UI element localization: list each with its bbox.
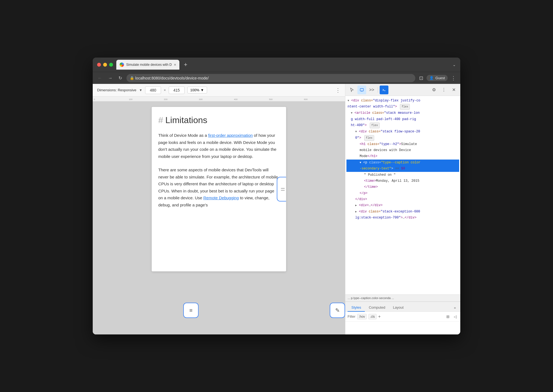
- chrome-favicon: [120, 63, 124, 67]
- console-button[interactable]: [380, 86, 388, 94]
- styles-tab-more[interactable]: »: [452, 304, 458, 311]
- scroll-handle-lines: [281, 188, 285, 191]
- devtools-toolbar: >> ⚙ ⋮ ✕: [345, 84, 460, 96]
- toolbar-right: ⊡ 👤 Guest ⋮: [418, 74, 457, 82]
- flex-badge-1: flex: [400, 104, 410, 110]
- address-bar: ← → ↻ 🔒 ⊡ 👤 Guest ⋮: [93, 72, 460, 84]
- dimension-x: ×: [164, 88, 166, 92]
- page-content-area: # Limitations Think of Device Mode as a …: [93, 101, 345, 334]
- ruler-mark-300: 300: [199, 98, 202, 101]
- flex-badge-2: flex: [370, 123, 380, 128]
- guest-profile-button[interactable]: 👤 Guest: [427, 75, 448, 81]
- paragraph-2: There are some aspects of mobile devices…: [158, 166, 280, 208]
- device-more-button[interactable]: ⋮: [335, 87, 341, 93]
- dom-line-14: <time>Monday, April 13, 2015: [346, 178, 459, 184]
- reload-button[interactable]: ↻: [117, 74, 124, 82]
- styles-tab-layout[interactable]: Layout: [389, 304, 407, 312]
- maximize-traffic-light[interactable]: [109, 63, 113, 67]
- dom-line-11[interactable]: <p class="type--caption color: [346, 160, 459, 166]
- width-input[interactable]: [145, 86, 161, 94]
- ruler-marks: 0 100 200 300 400 500 600: [94, 96, 344, 101]
- ruler-mark-0: 0: [94, 98, 95, 101]
- dom-line-7: 0"> flex: [346, 135, 459, 141]
- scroll-handle[interactable]: [277, 177, 286, 201]
- devtools-panel: >> ⚙ ⋮ ✕ <div class="display-flex justif…: [345, 84, 460, 334]
- height-input[interactable]: [169, 86, 185, 94]
- dom-triangle-3[interactable]: [355, 130, 357, 133]
- close-devtools-button[interactable]: ✕: [449, 86, 458, 94]
- hash-symbol: #: [158, 115, 163, 125]
- add-style-button[interactable]: +: [378, 314, 381, 319]
- styles-tabs: Styles Computed Layout »: [345, 302, 460, 312]
- tab-title: Simulate mobile devices with D: [126, 63, 172, 67]
- first-order-link[interactable]: first-order approximation: [208, 133, 253, 138]
- main-area: Dimensions: Responsive ▼ × 100% ▼ ⋮ 0 10…: [93, 84, 460, 334]
- dom-line-9: mobile devices with Device: [346, 147, 459, 153]
- dropdown-arrow[interactable]: ▼: [139, 88, 142, 92]
- styles-tab-computed[interactable]: Computed: [365, 304, 389, 312]
- copy-styles-button[interactable]: ⊞: [445, 314, 451, 320]
- dom-tree: <div class="display-flex justify-co nten…: [345, 96, 460, 294]
- dom-line-19: <div class="stack-exception-600: [346, 209, 459, 215]
- scroll-line-1: [281, 188, 285, 189]
- address-input[interactable]: [126, 74, 415, 82]
- settings-button[interactable]: ⚙: [430, 86, 438, 94]
- dom-triangle-2[interactable]: [351, 112, 352, 115]
- back-button[interactable]: ←: [96, 75, 104, 82]
- paragraph-1: Think of Device Mode as a first-order ap…: [158, 132, 280, 160]
- tab-close-button[interactable]: ×: [174, 63, 176, 67]
- breadcrumb-text: ... p.type--caption.color-seconda ...: [348, 296, 394, 300]
- dom-line-12: -secondary-text"> == $0: [346, 166, 459, 172]
- dom-triangle-5[interactable]: [355, 204, 357, 207]
- remote-debugging-link[interactable]: Remote Debugging: [203, 195, 239, 200]
- dom-line-5: ht-400"> flex: [346, 122, 459, 129]
- dom-triangle-1[interactable]: [348, 99, 349, 102]
- forward-button[interactable]: →: [106, 75, 114, 82]
- scroll-line-2: [281, 190, 285, 191]
- menu-floating-button[interactable]: ≡: [183, 303, 199, 318]
- zoom-button[interactable]: 100% ▼: [187, 87, 207, 93]
- guest-avatar-icon: 👤: [429, 76, 434, 80]
- device-mode-button[interactable]: [357, 86, 366, 94]
- edit-floating-button[interactable]: ✎: [330, 303, 345, 318]
- ruler-mark-400: 400: [234, 98, 238, 101]
- new-tab-button[interactable]: +: [182, 61, 190, 68]
- page-viewport: Dimensions: Responsive ▼ × 100% ▼ ⋮ 0 10…: [93, 84, 345, 334]
- svg-rect-0: [360, 89, 363, 91]
- styles-tab-styles[interactable]: Styles: [348, 304, 365, 312]
- active-tab[interactable]: Simulate mobile devices with D ×: [116, 60, 179, 70]
- bookmark-icon[interactable]: ⊡: [418, 74, 424, 82]
- tab-bar: Simulate mobile devices with D × + ⌄: [116, 60, 456, 70]
- zoom-label: 100%: [190, 88, 199, 92]
- styles-filter-bar: Filter :hov .cls + ⊞ ◁: [345, 312, 460, 322]
- toolbar-separator-1: [378, 87, 378, 93]
- edit-floating-icon: ✎: [335, 307, 340, 314]
- more-panels-button[interactable]: >>: [367, 86, 376, 94]
- dom-line-13: " Published on ": [346, 172, 459, 178]
- minimize-traffic-light[interactable]: [103, 63, 107, 67]
- traffic-lights: [97, 63, 113, 67]
- close-traffic-light[interactable]: [97, 63, 101, 67]
- ruler-mark-600: 600: [304, 98, 307, 101]
- more-options-button[interactable]: ⋮: [439, 86, 448, 94]
- styles-panel: Styles Computed Layout » Filter :hov .cl…: [345, 302, 460, 334]
- cursor-tool-button[interactable]: [348, 86, 356, 94]
- tabs-chevron[interactable]: ⌄: [453, 63, 456, 67]
- toggle-sidebar-button[interactable]: ◁: [452, 314, 458, 320]
- dom-line-20: lg:stack-exception-700">…</div>: [346, 215, 459, 221]
- dom-line-1: <div class="display-flex justify-co: [346, 98, 459, 104]
- dom-line-3: <article class="stack measure-lon: [346, 110, 459, 116]
- zoom-arrow: ▼: [201, 88, 204, 92]
- filter-label: Filter: [348, 314, 356, 319]
- menu-button[interactable]: ⋮: [450, 74, 457, 82]
- dom-line-8: <h1 class="type--h2">Simulate: [346, 141, 459, 147]
- dom-triangle-6[interactable]: [355, 210, 357, 213]
- dom-line-6: <div class="stack flow-space-20: [346, 129, 459, 135]
- filter-icons: ⊞ ◁: [445, 314, 458, 320]
- flex-badge-3: flex: [364, 135, 374, 141]
- dimensions-label: Dimensions: Responsive: [97, 88, 136, 92]
- cls-filter-button[interactable]: .cls: [368, 314, 377, 319]
- dom-triangle-4[interactable]: [360, 161, 361, 164]
- hov-filter-button[interactable]: :hov: [357, 314, 367, 319]
- mobile-frame: # Limitations Think of Device Mode as a …: [152, 107, 286, 271]
